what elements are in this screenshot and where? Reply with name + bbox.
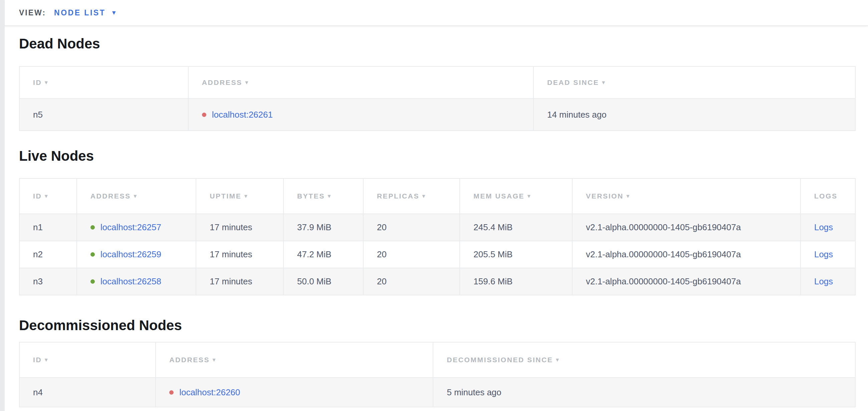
sort-arrow-icon: ▾ bbox=[244, 193, 248, 199]
column-header-id[interactable]: ID▾ bbox=[19, 66, 188, 98]
live-nodes-heading: Live Nodes bbox=[19, 149, 868, 163]
dead-status-dot-icon bbox=[202, 113, 206, 117]
node-address-link[interactable]: localhost:26260 bbox=[179, 387, 240, 397]
replicas-cell: 20 bbox=[363, 214, 460, 241]
node-address-cell: localhost:26258 bbox=[77, 268, 196, 295]
sort-arrow-icon: ▾ bbox=[245, 80, 249, 85]
node-address-link[interactable]: localhost:26258 bbox=[100, 276, 161, 286]
node-id-cell: n2 bbox=[19, 241, 77, 268]
live-status-dot-icon bbox=[90, 252, 95, 257]
column-header-id[interactable]: ID▾ bbox=[19, 342, 156, 378]
node-address-cell: localhost:26261 bbox=[188, 98, 533, 131]
table-row: n5 localhost:26261 14 minutes ago bbox=[19, 98, 855, 131]
column-header-decommissioned-since[interactable]: DECOMMISSIONED SINCE▾ bbox=[433, 342, 855, 378]
decommissioned-status-dot-icon bbox=[169, 390, 174, 394]
decommissioned-nodes-table: ID▾ ADDRESS▾ DECOMMISSIONED SINCE▾ n4 lo… bbox=[19, 342, 856, 407]
sort-arrow-icon: ▾ bbox=[45, 80, 49, 85]
view-bar: VIEW: NODE LIST ▼ bbox=[5, 0, 868, 26]
node-address-cell: localhost:26260 bbox=[156, 378, 433, 407]
view-selected-value: NODE LIST bbox=[54, 8, 105, 18]
column-header-address[interactable]: ADDRESS▾ bbox=[188, 66, 533, 98]
sort-arrow-icon: ▾ bbox=[627, 193, 630, 199]
dead-nodes-heading: Dead Nodes bbox=[19, 37, 868, 51]
decommissioned-since-cell: 5 minutes ago bbox=[433, 378, 855, 407]
version-cell: v2.1-alpha.00000000-1405-gb6190407a bbox=[572, 214, 801, 241]
column-header-address[interactable]: ADDRESS▾ bbox=[77, 178, 196, 214]
uptime-cell: 17 minutes bbox=[196, 214, 283, 241]
sort-arrow-icon: ▾ bbox=[556, 357, 560, 362]
version-cell: v2.1-alpha.00000000-1405-gb6190407a bbox=[572, 268, 801, 295]
sort-arrow-icon: ▾ bbox=[328, 193, 332, 199]
table-row: n1 localhost:26257 17 minutes 37.9 MiB 2… bbox=[19, 214, 855, 241]
version-cell: v2.1-alpha.00000000-1405-gb6190407a bbox=[572, 241, 801, 268]
chevron-down-icon: ▼ bbox=[111, 10, 117, 16]
node-address-link[interactable]: localhost:26259 bbox=[100, 249, 161, 259]
node-list-page: VIEW: NODE LIST ▼ Dead Nodes ID▾ ADDRESS… bbox=[5, 0, 868, 411]
sort-arrow-icon: ▾ bbox=[527, 193, 531, 199]
column-header-id[interactable]: ID▾ bbox=[19, 178, 77, 214]
mem-usage-cell: 159.6 MiB bbox=[460, 268, 572, 295]
table-row: n4 localhost:26260 5 minutes ago bbox=[19, 378, 855, 407]
table-row: n2 localhost:26259 17 minutes 47.2 MiB 2… bbox=[19, 241, 855, 268]
node-address-link[interactable]: localhost:26261 bbox=[212, 110, 273, 120]
dead-since-cell: 14 minutes ago bbox=[533, 98, 855, 131]
node-id-cell: n4 bbox=[19, 378, 156, 407]
sort-arrow-icon: ▾ bbox=[602, 80, 606, 85]
column-header-uptime[interactable]: UPTIME▾ bbox=[196, 178, 283, 214]
node-id-cell: n1 bbox=[19, 214, 77, 241]
main-content: Dead Nodes ID▾ ADDRESS▾ DEAD SINCE▾ n5 l… bbox=[5, 37, 868, 407]
column-header-mem-usage[interactable]: MEM USAGE▾ bbox=[460, 178, 572, 214]
uptime-cell: 17 minutes bbox=[196, 241, 283, 268]
logs-cell: Logs bbox=[801, 241, 855, 268]
sort-arrow-icon: ▾ bbox=[45, 193, 49, 199]
node-address-link[interactable]: localhost:26257 bbox=[100, 222, 161, 232]
node-id-cell: n5 bbox=[19, 98, 188, 131]
table-header-row: ID▾ ADDRESS▾ UPTIME▾ BYTES▾ REPLICAS▾ ME… bbox=[19, 178, 855, 214]
bytes-cell: 47.2 MiB bbox=[283, 241, 363, 268]
decommissioned-nodes-heading: Decommissioned Nodes bbox=[19, 318, 868, 332]
bytes-cell: 50.0 MiB bbox=[283, 268, 363, 295]
column-header-address[interactable]: ADDRESS▾ bbox=[156, 342, 433, 378]
column-header-bytes[interactable]: BYTES▾ bbox=[283, 178, 363, 214]
view-label: VIEW: bbox=[19, 8, 46, 18]
table-header-row: ID▾ ADDRESS▾ DECOMMISSIONED SINCE▾ bbox=[19, 342, 855, 378]
live-status-dot-icon bbox=[90, 280, 95, 284]
sort-arrow-icon: ▾ bbox=[45, 357, 49, 362]
sort-arrow-icon: ▾ bbox=[134, 193, 137, 199]
node-address-cell: localhost:26257 bbox=[77, 214, 196, 241]
live-status-dot-icon bbox=[90, 225, 95, 230]
mem-usage-cell: 205.5 MiB bbox=[460, 241, 572, 268]
table-header-row: ID▾ ADDRESS▾ DEAD SINCE▾ bbox=[19, 66, 855, 98]
logs-link[interactable]: Logs bbox=[814, 276, 833, 286]
node-id-cell: n3 bbox=[19, 268, 77, 295]
logs-cell: Logs bbox=[801, 268, 855, 295]
logs-link[interactable]: Logs bbox=[814, 222, 833, 232]
mem-usage-cell: 245.4 MiB bbox=[460, 214, 572, 241]
sort-arrow-icon: ▾ bbox=[422, 193, 426, 199]
logs-cell: Logs bbox=[801, 214, 855, 241]
live-nodes-table: ID▾ ADDRESS▾ UPTIME▾ BYTES▾ REPLICAS▾ ME… bbox=[19, 178, 856, 295]
logs-link[interactable]: Logs bbox=[814, 249, 833, 259]
bytes-cell: 37.9 MiB bbox=[283, 214, 363, 241]
column-header-replicas[interactable]: REPLICAS▾ bbox=[363, 178, 460, 214]
replicas-cell: 20 bbox=[363, 268, 460, 295]
column-header-dead-since[interactable]: DEAD SINCE▾ bbox=[533, 66, 855, 98]
dead-nodes-table: ID▾ ADDRESS▾ DEAD SINCE▾ n5 localhost:26… bbox=[19, 66, 856, 131]
column-header-version[interactable]: VERSION▾ bbox=[572, 178, 801, 214]
column-header-logs: LOGS bbox=[801, 178, 855, 214]
replicas-cell: 20 bbox=[363, 241, 460, 268]
uptime-cell: 17 minutes bbox=[196, 268, 283, 295]
sort-arrow-icon: ▾ bbox=[213, 357, 216, 362]
view-selector-dropdown[interactable]: NODE LIST ▼ bbox=[54, 8, 117, 18]
node-address-cell: localhost:26259 bbox=[77, 241, 196, 268]
table-row: n3 localhost:26258 17 minutes 50.0 MiB 2… bbox=[19, 268, 855, 295]
